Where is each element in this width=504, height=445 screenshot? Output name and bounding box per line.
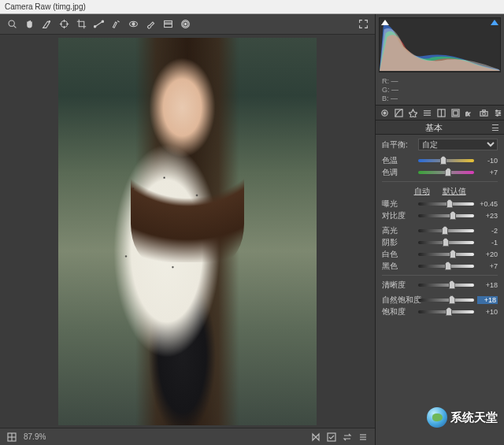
fx-tab-icon[interactable]: fx [465, 108, 474, 118]
svg-point-44 [498, 112, 500, 113]
svg-point-9 [94, 26, 95, 28]
toolbar [0, 14, 375, 35]
svg-rect-39 [483, 109, 486, 111]
blacks-value[interactable]: +7 [477, 262, 498, 270]
svg-rect-35 [454, 110, 458, 115]
window-title: Camera Raw (timg.jpg) [5, 2, 86, 11]
graduated-filter-tool-icon[interactable] [161, 17, 175, 32]
camera-tab-icon[interactable] [480, 108, 488, 118]
straighten-tool-icon[interactable] [91, 17, 106, 32]
menu-icon[interactable] [358, 432, 369, 443]
r-label: R: [382, 77, 389, 85]
window-titlebar: Camera Raw (timg.jpg) [0, 0, 504, 14]
histogram[interactable] [379, 17, 501, 72]
temp-value[interactable]: -10 [477, 157, 498, 165]
whites-label: 白色 [382, 249, 415, 260]
statusbar: 87.9% [0, 428, 375, 445]
before-after-icon[interactable] [310, 432, 321, 443]
side-panel: R: — G: — B: — fx 基本 ☰ 白平衡: 自定 色温-10 [375, 14, 504, 445]
blacks-slider[interactable] [418, 265, 474, 268]
svg-point-2 [48, 20, 50, 22]
svg-line-8 [94, 21, 102, 27]
svg-point-27 [384, 112, 386, 114]
blacks-label: 黑色 [382, 261, 415, 272]
tint-value[interactable]: +7 [477, 169, 498, 176]
panel-title: 基本 ☰ [376, 121, 504, 135]
whites-value[interactable]: +20 [477, 250, 498, 258]
basic-tab-icon[interactable] [380, 108, 389, 118]
g-label: G: [382, 86, 390, 94]
svg-point-43 [496, 109, 498, 111]
vibrance-value[interactable]: +18 [477, 296, 498, 304]
vibrance-slider[interactable] [418, 299, 474, 302]
contrast-slider[interactable] [418, 214, 474, 217]
svg-point-45 [497, 114, 498, 116]
spot-removal-tool-icon[interactable] [109, 17, 123, 32]
highlights-slider[interactable] [418, 229, 474, 232]
white-balance-tool-icon[interactable] [39, 17, 54, 32]
main-pane: 87.9% [0, 14, 375, 445]
hsl-tab-icon[interactable] [423, 108, 432, 118]
temp-label: 色温 [382, 155, 415, 166]
exposure-value[interactable]: +0.45 [477, 200, 498, 208]
split-tab-icon[interactable] [437, 108, 446, 118]
shadows-slider[interactable] [418, 241, 474, 244]
curve-tab-icon[interactable] [395, 108, 403, 118]
mark-icon[interactable] [326, 432, 337, 443]
contrast-value[interactable]: +23 [477, 212, 498, 220]
highlights-value[interactable]: -2 [477, 227, 498, 235]
wb-label: 白平衡: [382, 139, 415, 150]
saturation-value[interactable]: +10 [477, 308, 498, 316]
tint-slider[interactable] [418, 171, 474, 174]
saturation-label: 饱和度 [382, 306, 415, 317]
app-frame: 87.9% R: — G: — B: — [0, 14, 504, 445]
exposure-label: 曝光 [382, 198, 415, 210]
temp-slider[interactable] [418, 159, 474, 162]
svg-point-38 [483, 112, 486, 115]
zoom-level[interactable]: 87.9% [24, 432, 46, 441]
saturation-slider[interactable] [418, 310, 474, 313]
svg-text:fx: fx [465, 110, 470, 117]
zoom-tool-icon[interactable] [5, 17, 19, 32]
contrast-label: 对比度 [382, 210, 415, 221]
svg-line-1 [13, 26, 16, 28]
swap-icon[interactable] [342, 432, 353, 443]
shadows-value[interactable]: -1 [477, 239, 498, 247]
fullscreen-toggle-icon[interactable] [356, 17, 370, 32]
svg-point-0 [9, 20, 14, 26]
default-link[interactable]: 默认值 [443, 186, 466, 197]
clarity-label: 清晰度 [382, 280, 415, 291]
image-canvas[interactable] [0, 35, 375, 428]
clarity-slider[interactable] [418, 284, 474, 287]
exposure-slider[interactable] [418, 202, 474, 206]
panel-menu-icon[interactable]: ☰ [491, 121, 499, 135]
svg-point-16 [184, 23, 186, 24]
adjustment-brush-tool-icon[interactable] [143, 17, 158, 32]
b-label: B: [382, 95, 389, 102]
zoom-grid-icon[interactable] [6, 432, 17, 443]
detail-tab-icon[interactable] [409, 108, 417, 118]
clarity-value[interactable]: +18 [477, 281, 498, 289]
wb-select[interactable]: 自定 [418, 139, 498, 150]
basic-panel: 白平衡: 自定 色温-10 色调+7 自动默认值 曝光+0.45 对比度+23 … [376, 135, 504, 321]
svg-point-12 [132, 23, 134, 25]
svg-point-10 [102, 20, 103, 22]
auto-link[interactable]: 自动 [414, 186, 430, 197]
highlights-label: 高光 [382, 225, 415, 236]
color-sampler-tool-icon[interactable] [57, 17, 71, 32]
shadows-label: 阴影 [382, 237, 415, 248]
crop-tool-icon[interactable] [74, 17, 88, 32]
lens-tab-icon[interactable] [451, 108, 460, 118]
vibrance-label: 自然饱和度 [382, 295, 415, 306]
presets-tab-icon[interactable] [494, 108, 502, 118]
panel-tabs: fx [376, 105, 504, 121]
hand-tool-icon[interactable] [22, 17, 36, 32]
tint-label: 色调 [382, 167, 415, 178]
svg-rect-22 [328, 433, 335, 441]
whites-slider[interactable] [418, 253, 474, 256]
redeye-tool-icon[interactable] [126, 17, 140, 32]
radial-filter-tool-icon[interactable] [178, 17, 192, 32]
preview-image [58, 38, 317, 425]
rgb-readout: R: — G: — B: — [376, 76, 504, 105]
